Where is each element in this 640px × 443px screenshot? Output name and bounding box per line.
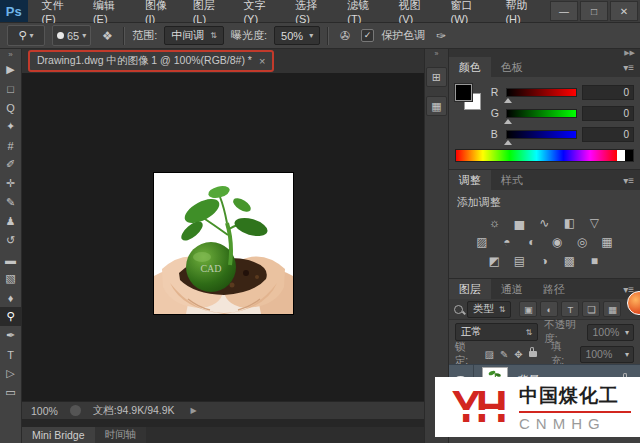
document-tab[interactable]: Drawing1.dwg 中的图像 1 @ 100%(RGB/8#) * × [28, 50, 274, 72]
tool-preset-picker[interactable]: ⚲ ▾ [7, 25, 45, 46]
menu-select[interactable]: 选择(S) [287, 0, 339, 25]
menu-window[interactable]: 窗口(W) [443, 0, 498, 25]
color-balance-icon[interactable]: ◓ [498, 234, 516, 249]
spectrum-gradient[interactable] [456, 150, 617, 161]
dodge-tool[interactable]: ⚲ [0, 307, 21, 326]
minimize-button[interactable]: — [550, 1, 578, 21]
blue-channel-slider[interactable] [506, 130, 577, 139]
crop-tool[interactable]: # [0, 136, 21, 155]
filter-adjustment-layers-icon[interactable]: ◐ [540, 301, 558, 317]
curves-icon[interactable]: ∿ [535, 215, 553, 230]
filter-shape-layers-icon[interactable]: ❏ [582, 301, 600, 317]
filter-type-layers-icon[interactable]: T [561, 301, 579, 317]
fill-select[interactable]: 100% ▾ [580, 346, 634, 363]
lock-position-icon[interactable]: ✥ [514, 349, 522, 360]
white-swatch[interactable] [617, 150, 625, 161]
menu-file[interactable]: 文件(F) [34, 0, 85, 25]
menu-type[interactable]: 文字(Y) [235, 0, 287, 25]
menu-filter[interactable]: 滤镜(T) [339, 0, 390, 25]
blue-channel-value[interactable]: 0 [582, 127, 634, 142]
hue-saturation-icon[interactable]: ▨ [473, 234, 491, 249]
posterize-icon[interactable]: ▤ [510, 253, 528, 268]
red-channel-value[interactable]: 0 [582, 85, 634, 100]
filter-pixel-layers-icon[interactable]: ▣ [519, 301, 537, 317]
marquee-tool[interactable]: □ [0, 79, 21, 98]
tab-adjustments[interactable]: 调整 [449, 170, 491, 190]
threshold-icon[interactable]: ◑ [535, 253, 553, 268]
slider-thumb[interactable] [504, 119, 512, 124]
protect-tones-checkbox[interactable]: ✓ [361, 29, 374, 42]
color-spectrum-bar[interactable] [455, 149, 634, 162]
maximize-button[interactable]: □ [580, 1, 608, 21]
tab-channels[interactable]: 通道 [491, 279, 533, 299]
close-tab-icon[interactable]: × [259, 55, 265, 67]
quick-selection-tool[interactable]: ✦ [0, 117, 21, 136]
toolbar-collapse-icon[interactable]: » [8, 49, 12, 60]
black-white-icon[interactable]: ◐ [523, 234, 541, 249]
panel-menu-icon[interactable]: ▾≡ [623, 170, 640, 190]
foreground-color-swatch[interactable] [455, 84, 472, 101]
lock-pixels-icon[interactable]: ✎ [500, 349, 508, 360]
tab-paths[interactable]: 路径 [533, 279, 575, 299]
tab-timeline[interactable]: 时间轴 [95, 427, 147, 443]
gradient-tool[interactable]: ▧ [0, 269, 21, 288]
tab-mini-bridge[interactable]: Mini Bridge [22, 427, 95, 443]
strip-collapse-icon[interactable]: » [434, 49, 438, 58]
healing-brush-tool[interactable]: ✛ [0, 174, 21, 193]
opacity-select[interactable]: 100% ▾ [587, 324, 634, 341]
blend-mode-select[interactable]: 正常 ⇅ [455, 323, 538, 341]
eraser-tool[interactable]: ▬ [0, 250, 21, 269]
pen-tool[interactable]: ✒ [0, 326, 21, 345]
gradient-map-icon[interactable]: ▩ [560, 253, 578, 268]
path-selection-tool[interactable]: ▷ [0, 364, 21, 383]
tab-color[interactable]: 颜色 [449, 57, 491, 77]
tab-layers[interactable]: 图层 [449, 279, 491, 299]
panel-menu-icon[interactable]: ▾≡ [623, 57, 640, 77]
zoom-level[interactable]: 100% [31, 405, 58, 417]
lasso-tool[interactable]: Q [0, 98, 21, 117]
properties-panel-button[interactable]: ▦ [426, 96, 447, 116]
pressure-toggle-icon[interactable]: ✑ [432, 29, 450, 43]
document-image[interactable]: CAD [154, 173, 293, 314]
slider-thumb[interactable] [504, 98, 512, 103]
menu-edit[interactable]: 编辑(E) [85, 0, 137, 25]
color-swatches[interactable] [455, 84, 485, 114]
layer-filter-select[interactable]: 类型 ⇅ [467, 301, 512, 318]
slider-thumb[interactable] [504, 140, 512, 145]
brush-size-picker[interactable]: 65 ▾ [52, 25, 91, 46]
color-lookup-icon[interactable]: ▦ [598, 234, 616, 249]
menu-view[interactable]: 视图(V) [391, 0, 443, 25]
history-brush-tool[interactable]: ↺ [0, 231, 21, 250]
exposure-icon[interactable]: ◧ [560, 215, 578, 230]
lock-all-icon[interactable] [529, 351, 537, 357]
menu-help[interactable]: 帮助(H) [497, 0, 550, 25]
history-panel-button[interactable]: ⊞ [426, 67, 447, 87]
black-swatch[interactable] [625, 150, 633, 161]
airbrush-icon[interactable]: ✇ [336, 29, 354, 43]
levels-icon[interactable]: ▅ [510, 215, 528, 230]
green-channel-slider[interactable] [506, 109, 577, 118]
menu-layer[interactable]: 图层(L) [185, 0, 236, 25]
lock-transparency-icon[interactable]: ▨ [485, 349, 494, 360]
tab-swatches[interactable]: 色板 [491, 57, 533, 77]
brush-panel-toggle-icon[interactable]: ❖ [98, 29, 116, 43]
selective-color-icon[interactable]: ■ [585, 253, 603, 268]
vibrance-icon[interactable]: ▽ [585, 215, 603, 230]
close-button[interactable]: ✕ [610, 1, 638, 21]
type-tool[interactable]: T [0, 345, 21, 364]
tab-styles[interactable]: 样式 [491, 170, 533, 190]
photo-filter-icon[interactable]: ◉ [548, 234, 566, 249]
brightness-contrast-icon[interactable]: ☼ [485, 215, 503, 230]
status-menu-arrow-icon[interactable]: ▶ [191, 406, 197, 415]
green-channel-value[interactable]: 0 [582, 106, 634, 121]
move-tool[interactable]: ▶ [0, 60, 21, 79]
canvas[interactable]: CAD [22, 73, 424, 401]
invert-icon[interactable]: ◩ [485, 253, 503, 268]
clone-stamp-tool[interactable]: ♟ [0, 212, 21, 231]
channel-mixer-icon[interactable]: ◎ [573, 234, 591, 249]
menu-image[interactable]: 图像(I) [137, 0, 185, 25]
exposure-select[interactable]: 50% ▾ [274, 26, 320, 45]
brush-tool[interactable]: ✎ [0, 193, 21, 212]
eyedropper-tool[interactable]: ✐ [0, 155, 21, 174]
rectangle-tool[interactable]: ▭ [0, 383, 21, 402]
